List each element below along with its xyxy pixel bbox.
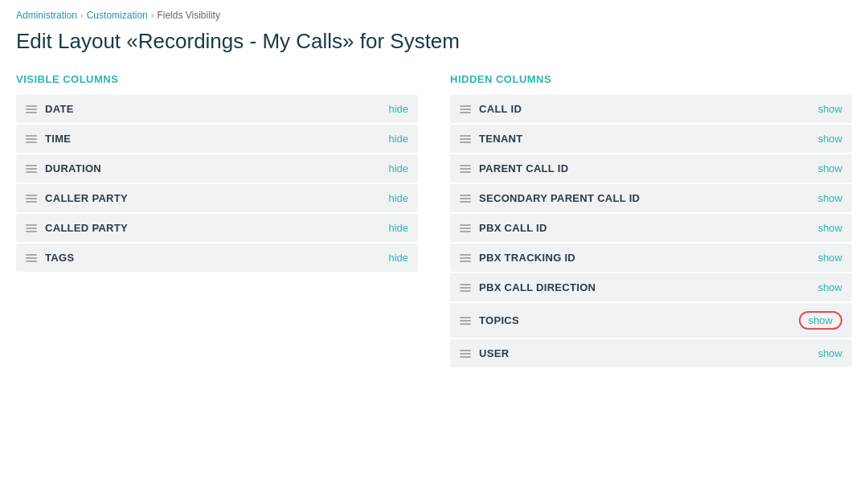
drag-handle-icon[interactable]: [26, 195, 37, 203]
visible-columns-header: VISIBLE COLUMNS: [16, 73, 418, 85]
field-name-label: TOPICS: [479, 314, 791, 326]
hide-button[interactable]: hide: [388, 252, 408, 264]
field-name-label: CALLER PARTY: [45, 192, 380, 204]
hidden-field-row: USER show: [450, 339, 852, 367]
hide-button[interactable]: hide: [388, 133, 408, 145]
drag-handle-icon[interactable]: [460, 195, 471, 203]
visible-columns-section: VISIBLE COLUMNS DATE hide TIME hide DURA…: [16, 73, 418, 367]
hidden-field-row: PBX TRACKING ID show: [450, 244, 852, 272]
field-name-label: PBX CALL ID: [479, 222, 810, 234]
hidden-field-row: TENANT show: [450, 125, 852, 153]
show-button[interactable]: show: [818, 222, 842, 234]
drag-handle-icon[interactable]: [26, 254, 37, 262]
drag-handle-icon[interactable]: [26, 105, 37, 113]
show-button[interactable]: show: [799, 311, 842, 330]
drag-handle-icon[interactable]: [460, 105, 471, 113]
page-title: Edit Layout «Recordings - My Calls» for …: [16, 29, 852, 54]
field-name-label: CALL ID: [479, 103, 810, 115]
field-name-label: TENANT: [479, 133, 810, 145]
breadcrumb-fields-visibility: Fields Visibility: [157, 10, 219, 21]
field-name-label: CALLED PARTY: [45, 222, 380, 234]
show-button[interactable]: show: [818, 192, 842, 204]
visible-field-row: CALLED PARTY hide: [16, 214, 418, 242]
drag-handle-icon[interactable]: [26, 165, 37, 173]
hide-button[interactable]: hide: [388, 162, 408, 174]
field-name-label: USER: [479, 347, 810, 359]
breadcrumb: Administration › Customization › Fields …: [16, 10, 852, 21]
field-name-label: SECONDARY PARENT CALL ID: [479, 192, 810, 204]
drag-handle-icon[interactable]: [26, 135, 37, 143]
hidden-field-row: PBX CALL ID show: [450, 214, 852, 242]
drag-handle-icon[interactable]: [460, 224, 471, 232]
field-name-label: DURATION: [45, 162, 380, 174]
hidden-columns-section: HIDDEN COLUMNS CALL ID show TENANT show …: [450, 73, 852, 367]
hidden-field-row: TOPICS show: [450, 303, 852, 338]
field-name-label: DATE: [45, 103, 380, 115]
hidden-columns-list: CALL ID show TENANT show PARENT CALL ID …: [450, 95, 852, 367]
hide-button[interactable]: hide: [388, 222, 408, 234]
hide-button[interactable]: hide: [388, 103, 408, 115]
drag-handle-icon[interactable]: [460, 350, 471, 358]
hidden-field-row: PARENT CALL ID show: [450, 154, 852, 182]
drag-handle-icon[interactable]: [460, 135, 471, 143]
show-button[interactable]: show: [818, 347, 842, 359]
hide-button[interactable]: hide: [388, 192, 408, 204]
columns-container: VISIBLE COLUMNS DATE hide TIME hide DURA…: [16, 73, 852, 367]
visible-columns-list: DATE hide TIME hide DURATION hide CALLER…: [16, 95, 418, 272]
field-name-label: TIME: [45, 133, 380, 145]
breadcrumb-administration[interactable]: Administration: [16, 10, 77, 21]
show-button[interactable]: show: [818, 162, 842, 174]
visible-field-row: DURATION hide: [16, 154, 418, 182]
breadcrumb-sep-1: ›: [80, 10, 84, 20]
field-name-label: PARENT CALL ID: [479, 162, 810, 174]
breadcrumb-customization[interactable]: Customization: [87, 10, 148, 21]
hidden-field-row: CALL ID show: [450, 95, 852, 123]
hidden-field-row: PBX CALL DIRECTION show: [450, 273, 852, 301]
page-container: Administration › Customization › Fields …: [0, 0, 868, 383]
field-name-label: PBX TRACKING ID: [479, 252, 810, 264]
drag-handle-icon[interactable]: [460, 165, 471, 173]
field-name-label: TAGS: [45, 252, 380, 264]
drag-handle-icon[interactable]: [26, 224, 37, 232]
show-button[interactable]: show: [818, 103, 842, 115]
hidden-field-row: SECONDARY PARENT CALL ID show: [450, 184, 852, 212]
drag-handle-icon[interactable]: [460, 284, 471, 292]
visible-field-row: TAGS hide: [16, 244, 418, 272]
hidden-columns-header: HIDDEN COLUMNS: [450, 73, 852, 85]
field-name-label: PBX CALL DIRECTION: [479, 281, 810, 293]
show-button[interactable]: show: [818, 281, 842, 293]
breadcrumb-sep-2: ›: [151, 10, 154, 20]
show-button[interactable]: show: [818, 252, 842, 264]
visible-field-row: CALLER PARTY hide: [16, 184, 418, 212]
show-button[interactable]: show: [818, 133, 842, 145]
visible-field-row: TIME hide: [16, 125, 418, 153]
drag-handle-icon[interactable]: [460, 317, 471, 325]
visible-field-row: DATE hide: [16, 95, 418, 123]
drag-handle-icon[interactable]: [460, 254, 471, 262]
